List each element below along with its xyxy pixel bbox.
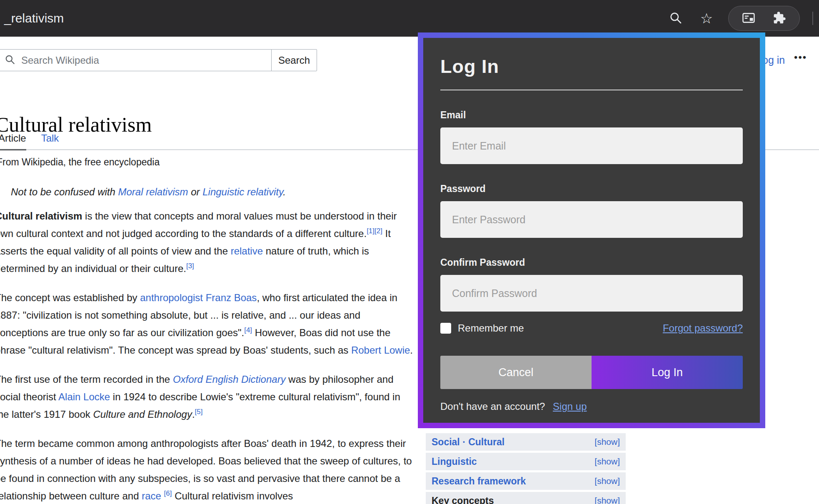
confirm-password-field-group: Confirm Password [440, 257, 743, 312]
browser-search-button[interactable] [667, 9, 685, 27]
reference-sup: [2] [375, 227, 382, 235]
browser-toolbar: _relativism ☆ [0, 0, 819, 37]
inline-text: . [283, 186, 286, 197]
series-row-social-cultural: Social · Cultural [show] [426, 433, 626, 451]
inline-link[interactable]: Linguistic relativity [202, 186, 283, 197]
reference-link[interactable]: [5] [195, 408, 203, 416]
series-row-research-framework: Research framework [show] [426, 472, 626, 490]
show-link[interactable]: [show] [594, 457, 620, 467]
inline-link[interactable]: Alain Locke [58, 391, 110, 402]
tab-article[interactable]: Article [0, 132, 26, 150]
modal-buttons: Cancel Log In [440, 356, 743, 389]
more-options-icon[interactable]: ••• [794, 52, 807, 63]
email-field-group: Email [440, 110, 743, 164]
wiki-search-input[interactable] [20, 54, 271, 67]
inline-link[interactable]: Oxford English Dictionary [173, 374, 286, 385]
reference-link[interactable]: [6] [164, 489, 172, 497]
reference-sup: [6] [164, 489, 172, 497]
reference-sup: [4] [244, 326, 252, 334]
reference-link[interactable]: [4] [244, 326, 252, 334]
remember-me-checkbox[interactable] [440, 323, 451, 334]
password-field[interactable] [440, 201, 743, 238]
inline-text: or [188, 186, 203, 197]
search-icon [5, 54, 15, 67]
extensions-button[interactable] [770, 9, 789, 27]
inline-text: Not to be confused with [11, 186, 118, 197]
inline-text: . [410, 344, 413, 356]
modal-title: Log In [440, 56, 743, 77]
series-label[interactable]: Social · Cultural [432, 437, 504, 448]
confirm-password-field[interactable] [440, 275, 743, 312]
series-label: Key concepts [432, 495, 494, 504]
panel-card-icon [742, 11, 756, 26]
reference-sup: [1] [367, 227, 375, 235]
inline-text: Cultural relativism involves [172, 490, 293, 502]
toolbar-divider [812, 12, 813, 25]
wiki-search-box [0, 49, 272, 71]
article-body: Not to be confused with Moral relativism… [0, 183, 415, 504]
inline-text: Culture and Ethnology [93, 409, 192, 420]
star-icon: ☆ [700, 11, 713, 25]
article-tabs: Article Talk [0, 132, 59, 150]
inline-link[interactable]: Moral relativism [118, 186, 188, 197]
inline-link[interactable]: anthropologist Franz Boas [140, 292, 257, 303]
login-modal: Log In Email Password Confirm Password R… [423, 38, 760, 423]
confirm-password-label: Confirm Password [440, 257, 743, 268]
puzzle-piece-icon [773, 11, 786, 26]
browser-tab-title: _relativism [4, 11, 64, 25]
paragraph-2: The concept was established by anthropol… [0, 289, 415, 359]
forgot-password-link[interactable]: Forgot password? [663, 322, 743, 334]
reference-sup: [3] [186, 262, 194, 270]
wiki-login-link[interactable]: og in [762, 54, 785, 66]
series-label[interactable]: Linguistic [432, 456, 477, 467]
extensions-pill [728, 6, 800, 31]
email-field[interactable] [440, 127, 743, 164]
remember-group: Remember me [440, 322, 524, 334]
inline-link[interactable]: relative [231, 245, 263, 257]
search-icon [669, 11, 682, 26]
password-label: Password [440, 183, 743, 195]
inline-text: Cultural relativism [0, 210, 82, 222]
inline-link[interactable]: Robert Lowie [351, 344, 410, 356]
series-sidebar: Social · Cultural [show] Linguistic [sho… [426, 433, 626, 504]
wiki-search-button[interactable]: Search [271, 49, 317, 71]
reference-link[interactable]: [2] [375, 227, 382, 235]
email-label: Email [440, 110, 743, 121]
cancel-button[interactable]: Cancel [440, 356, 592, 389]
reference-link[interactable]: [3] [186, 262, 194, 270]
reference-link[interactable]: [1] [367, 227, 375, 235]
inline-link[interactable]: race [142, 490, 161, 502]
signup-prompt: Don't have an account? [440, 401, 545, 412]
remember-me-label: Remember me [458, 322, 524, 334]
series-row-key-concepts: Key concepts [show] [426, 492, 626, 504]
modal-divider [440, 90, 743, 90]
side-panel-button[interactable] [739, 9, 758, 27]
inline-text: The first use of the term recorded in th… [0, 374, 173, 385]
signup-link[interactable]: Sign up [553, 401, 587, 412]
paragraph-4: The term became common among anthropolog… [0, 435, 415, 504]
wiki-tagline: From Wikipedia, the free encyclopedia [0, 157, 160, 168]
show-link[interactable]: [show] [594, 476, 620, 486]
series-row-linguistic: Linguistic [show] [426, 453, 626, 470]
series-label[interactable]: Research framework [432, 476, 526, 487]
reference-sup: [5] [195, 408, 203, 416]
paragraph-3: The first use of the term recorded in th… [0, 371, 415, 423]
show-link[interactable]: [show] [594, 437, 620, 447]
inline-text: . [192, 409, 195, 420]
bookmark-button[interactable]: ☆ [697, 9, 716, 27]
signup-row: Don't have an account? Sign up [440, 401, 743, 412]
inline-text: The concept was established by [0, 292, 140, 303]
paragraph-1: Cultural relativism is the view that con… [0, 207, 415, 277]
tab-talk[interactable]: Talk [41, 132, 59, 150]
password-field-group: Password [440, 183, 743, 238]
hatnote: Not to be confused with Moral relativism… [11, 183, 415, 201]
login-modal-frame: Log In Email Password Confirm Password R… [418, 32, 765, 428]
inline-text [161, 490, 164, 502]
show-link[interactable]: [show] [594, 496, 620, 504]
browser-toolbar-actions: ☆ [667, 0, 813, 37]
login-button[interactable]: Log In [592, 356, 743, 389]
remember-row: Remember me Forgot password? [440, 322, 743, 334]
